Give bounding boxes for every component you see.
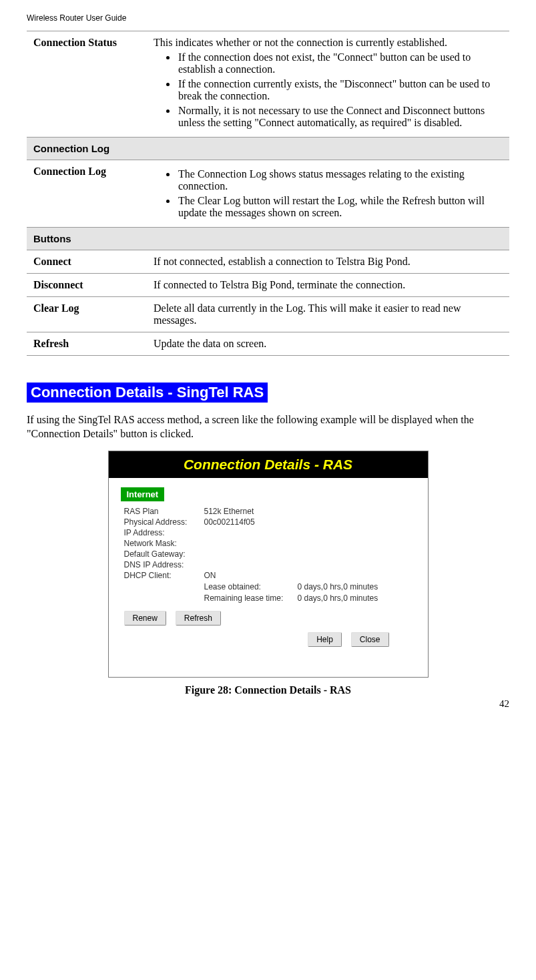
row-label-disconnect: Disconnect xyxy=(27,274,147,297)
section-heading-cell: Connection Log xyxy=(27,138,509,160)
list-item: If the connection does not exist, the "C… xyxy=(177,51,503,75)
detail-row-netmask: Network Mask: xyxy=(124,539,416,548)
sub-label: Remaining lease time: xyxy=(204,593,298,603)
detail-grid: RAS Plan 512k Ethernet Physical Address:… xyxy=(121,507,416,603)
figure-title-bar: Connection Details - RAS xyxy=(109,451,428,478)
figure-screenshot: Connection Details - RAS Internet RAS Pl… xyxy=(108,451,429,678)
row-label-connection-status: Connection Status xyxy=(27,31,147,138)
list-item: The Clear Log button will restart the Lo… xyxy=(177,195,503,219)
detail-row-ras-plan: RAS Plan 512k Ethernet xyxy=(124,507,416,516)
sub-value: 0 days,0 hrs,0 minutes xyxy=(298,582,378,591)
figure-caption: Figure 28: Connection Details - RAS xyxy=(27,684,509,696)
help-button[interactable]: Help xyxy=(308,632,342,647)
detail-label: RAS Plan xyxy=(124,507,204,516)
body-paragraph: If using the SingTel RAS access method, … xyxy=(27,413,509,441)
table-row: Disconnect If connected to Telstra Big P… xyxy=(27,274,509,297)
sub-row-lease-obtained: Lease obtained: 0 days,0 hrs,0 minutes xyxy=(204,582,416,591)
section-header-buttons: Buttons xyxy=(27,228,509,250)
figure-inner: Internet RAS Plan 512k Ethernet Physical… xyxy=(109,478,428,647)
detail-row-dns: DNS IP Address: xyxy=(124,560,416,569)
list-item: The Connection Log shows status messages… xyxy=(177,168,503,192)
row-desc-connection-log: The Connection Log shows status messages… xyxy=(147,160,509,228)
list-item: Normally, it is not necessary to use the… xyxy=(177,105,503,129)
table-row: Connect If not connected, establish a co… xyxy=(27,250,509,274)
detail-value xyxy=(204,528,416,537)
row-desc-connection-status: This indicates whether or not the connec… xyxy=(147,31,509,138)
row-label-refresh: Refresh xyxy=(27,332,147,356)
list-item: If the connection currently exists, the … xyxy=(177,78,503,102)
sub-label: Lease obtained: xyxy=(204,582,298,591)
sub-value: 0 days,0 hrs,0 minutes xyxy=(298,593,378,603)
row-desc-clear-log: Delete all data currently in the Log. Th… xyxy=(147,297,509,332)
row-label-connection-log: Connection Log xyxy=(27,160,147,228)
detail-label: Network Mask: xyxy=(124,539,204,548)
button-row-1: Renew Refresh xyxy=(121,611,416,626)
detail-row-ip-address: IP Address: xyxy=(124,528,416,537)
detail-row-dhcp: DHCP Client: ON xyxy=(124,571,416,580)
bullet-list: If the connection does not exist, the "C… xyxy=(177,51,503,129)
detail-label: IP Address: xyxy=(124,528,204,537)
detail-label: DHCP Client: xyxy=(124,571,204,580)
table-row: Clear Log Delete all data currently in t… xyxy=(27,297,509,332)
detail-value: 00c002114f05 xyxy=(204,517,416,527)
row-desc-refresh: Update the data on screen. xyxy=(147,332,509,356)
table-row: Connection Log The Connection Log shows … xyxy=(27,160,509,228)
detail-row-physical-address: Physical Address: 00c002114f05 xyxy=(124,517,416,527)
detail-value: ON xyxy=(204,571,416,580)
row-desc-connect: If not connected, establish a connection… xyxy=(147,250,509,274)
sub-row-lease-remaining: Remaining lease time: 0 days,0 hrs,0 min… xyxy=(204,593,416,603)
detail-label: Physical Address: xyxy=(124,517,204,527)
detail-row-gateway: Default Gateway: xyxy=(124,549,416,559)
section-header-connection-log: Connection Log xyxy=(27,138,509,160)
row-label-connect: Connect xyxy=(27,250,147,274)
table-row: Connection Status This indicates whether… xyxy=(27,31,509,138)
internet-badge: Internet xyxy=(121,487,165,501)
page-number: 42 xyxy=(499,698,509,710)
detail-value: 512k Ethernet xyxy=(204,507,416,516)
row-desc-disconnect: If connected to Telstra Big Pond, termin… xyxy=(147,274,509,297)
button-row-2: Help Close xyxy=(121,632,416,647)
table-row: Refresh Update the data on screen. xyxy=(27,332,509,356)
refresh-button[interactable]: Refresh xyxy=(176,611,221,626)
close-button[interactable]: Close xyxy=(351,632,389,647)
detail-label: DNS IP Address: xyxy=(124,560,204,569)
detail-label: Default Gateway: xyxy=(124,549,204,559)
section-heading-singtel: Connection Details - SingTel RAS xyxy=(27,383,268,403)
definition-table: Connection Status This indicates whether… xyxy=(27,31,509,356)
bullet-list: The Connection Log shows status messages… xyxy=(177,168,503,219)
page-header: Wireless Router User Guide xyxy=(27,13,509,23)
detail-value xyxy=(204,539,416,548)
row-label-clear-log: Clear Log xyxy=(27,297,147,332)
detail-value xyxy=(204,560,416,569)
detail-value xyxy=(204,549,416,559)
text: This indicates whether or not the connec… xyxy=(154,37,503,49)
section-heading-cell: Buttons xyxy=(27,228,509,250)
renew-button[interactable]: Renew xyxy=(124,611,166,626)
